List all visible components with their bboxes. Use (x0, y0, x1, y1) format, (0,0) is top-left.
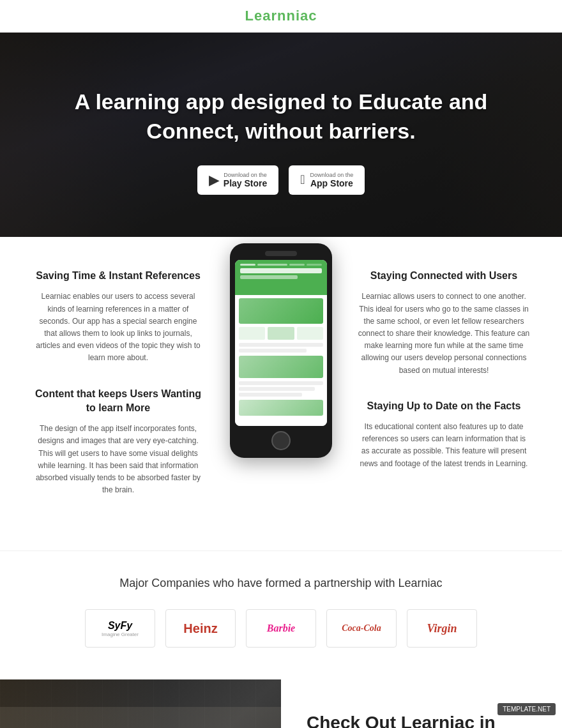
hero-buttons: ▶ Download on the Play Store  Download … (26, 165, 536, 195)
phone-mockup (217, 243, 345, 458)
phone-screen (235, 260, 327, 426)
feature-content-title: Content that keeps Users Wanting to lear… (32, 387, 204, 416)
hero-section: A learning app designed to Educate and C… (0, 33, 562, 237)
video-cta-section: Watch The Video Check Out Learniac in Ac… (0, 679, 562, 728)
partners-section: Major Companies who have formed a partne… (0, 550, 562, 679)
feature-uptodate-body: Its educational content also features up… (358, 421, 530, 470)
feature-content: Content that keeps Users Wanting to lear… (32, 387, 204, 497)
features-section: Saving Time & Instant References Learnia… (0, 237, 562, 550)
partner-barbie: Barbie (246, 609, 316, 648)
barbie-logo: Barbie (267, 623, 295, 634)
virgin-logo: Virgin (427, 622, 457, 635)
features-right: Staying Connected with Users Learniac al… (345, 269, 543, 492)
template-badge: TEMPLATE.NET (497, 703, 556, 715)
partner-syfy: SyFy Imagine Greater (85, 609, 155, 648)
features-left: Saving Time & Instant References Learnia… (19, 269, 217, 519)
app-store-button[interactable]:  Download on the App Store (289, 165, 365, 195)
logo-accent: niac (286, 8, 317, 24)
feature-connected-title: Staying Connected with Users (358, 269, 530, 283)
feature-content-body: The design of the app itself incorporate… (32, 423, 204, 496)
app-store-label: Download on the App Store (310, 172, 354, 188)
feature-saving-time-title: Saving Time & Instant References (32, 269, 204, 283)
feature-connected: Staying Connected with Users Learniac al… (358, 269, 530, 377)
heinz-logo: Heinz (183, 621, 217, 636)
phone-home-button (271, 431, 291, 450)
partners-logos: SyFy Imagine Greater Heinz Barbie Coca-C… (26, 609, 536, 648)
partners-heading: Major Companies who have formed a partne… (26, 577, 536, 590)
play-store-label: Download on the Play Store (224, 172, 267, 188)
phone-notch (265, 251, 297, 256)
phone-wrapper (230, 243, 332, 458)
video-left-panel: Watch The Video (0, 679, 281, 728)
feature-saving-time-body: Learniac enables our users to access sev… (32, 291, 204, 364)
play-store-icon: ▶ (209, 172, 218, 188)
hero-content: A learning app designed to Educate and C… (26, 87, 536, 195)
logo: Learnniac (245, 8, 317, 24)
hero-headline: A learning app designed to Educate and C… (26, 87, 536, 146)
cocacola-logo: Coca-Cola (342, 623, 381, 633)
partner-heinz: Heinz (165, 609, 236, 648)
logo-text: Learn (245, 8, 287, 24)
partner-cocacola: Coca-Cola (326, 609, 397, 648)
syfy-logo: SyFy Imagine Greater (102, 620, 139, 637)
video-scene (0, 679, 281, 728)
apple-icon:  (300, 172, 305, 187)
feature-uptodate: Staying Up to Date on the Facts Its educ… (358, 399, 530, 470)
feature-saving-time: Saving Time & Instant References Learnia… (32, 269, 204, 365)
header: Learnniac (0, 0, 562, 33)
feature-uptodate-title: Staying Up to Date on the Facts (358, 399, 530, 413)
partner-virgin: Virgin (407, 609, 477, 648)
feature-connected-body: Learniac allows users to connect to one … (358, 291, 530, 376)
play-store-button[interactable]: ▶ Download on the Play Store (197, 165, 278, 195)
